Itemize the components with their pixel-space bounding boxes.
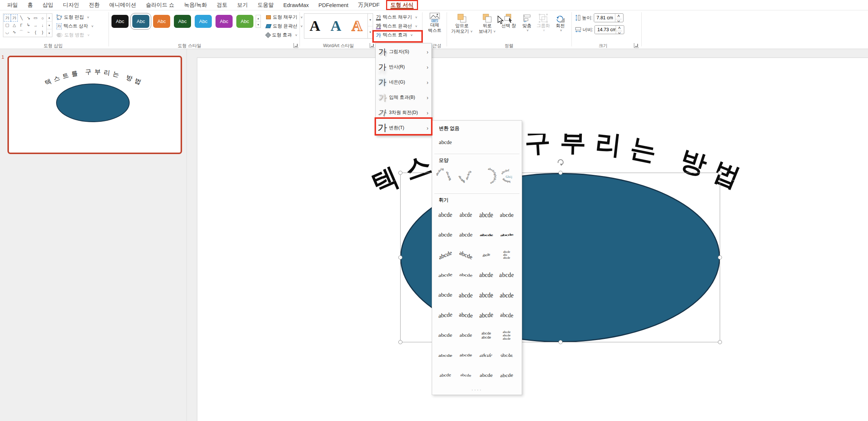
warp-style-15[interactable]: abcde xyxy=(476,265,496,285)
warp-style-26[interactable]: abcde xyxy=(456,325,476,345)
shape-style-chip-3[interactable]: Abc xyxy=(153,15,170,28)
menu-insert[interactable]: 삽입 xyxy=(38,1,58,9)
handle-bottom-left[interactable] xyxy=(398,340,402,344)
warp-style-3[interactable]: abcde xyxy=(476,205,496,225)
menu-file[interactable]: 파일 xyxy=(2,1,23,9)
menu-home[interactable]: 홈 xyxy=(23,1,38,9)
warp-style-12[interactable]: abcdeabcabcde xyxy=(496,245,517,265)
menu-wanxing-pdf[interactable]: 万兴PDF xyxy=(353,1,385,9)
shape-style-chip-6[interactable]: Abc xyxy=(216,15,233,28)
vertical-textbox-shape-icon[interactable]: 가 xyxy=(11,14,18,22)
gallery-more-icon[interactable]: ▼ xyxy=(47,29,52,37)
handle-middle-right[interactable] xyxy=(718,255,722,260)
path-arch-up-option[interactable]: abcdefgabcdefg xyxy=(436,165,456,188)
elbow-arrow-connector-icon[interactable]: ↳ xyxy=(25,22,32,29)
height-increment-icon[interactable]: ˄ xyxy=(615,14,622,19)
menu-review[interactable]: 검토 xyxy=(212,1,232,9)
warp-style-16[interactable]: abcde xyxy=(496,265,517,285)
warp-style-31[interactable]: abcde xyxy=(476,345,496,365)
warp-style-35[interactable]: abcde xyxy=(476,365,496,385)
warp-style-34[interactable]: abcde xyxy=(456,365,476,385)
warp-style-32[interactable]: abcde xyxy=(496,345,517,365)
triangle-shape-icon[interactable]: △ xyxy=(11,22,18,29)
handle-bottom-right[interactable] xyxy=(718,340,722,344)
arrow-line-shape-icon[interactable]: ↘ xyxy=(25,14,32,22)
path-arch-down-option[interactable]: abcdefgabcdefg xyxy=(457,165,477,188)
menu-design[interactable]: 디자인 xyxy=(58,1,84,9)
warp-style-36[interactable]: abcde xyxy=(496,365,517,385)
text-outline-button[interactable]: 가 텍스트 윤곽선˅ xyxy=(376,23,417,29)
rotate-button[interactable]: 회전 ˅ xyxy=(553,13,568,33)
text-fill-button[interactable]: 가 텍스트 채우기˅ xyxy=(376,14,417,20)
wordart-style-1[interactable]: A xyxy=(304,19,326,33)
menu-item-glow[interactable]: 가 네온(G) › xyxy=(376,75,431,90)
wordart-style-3[interactable]: A xyxy=(346,19,367,33)
warp-style-8[interactable]: abcde xyxy=(496,225,517,245)
text-effects-button[interactable]: 가 텍스트 효과˅ xyxy=(376,32,412,38)
warp-style-10[interactable]: abcde xyxy=(456,245,476,265)
handle-middle-left[interactable] xyxy=(398,255,402,260)
warp-style-7[interactable]: abcde xyxy=(476,225,496,245)
menu-item-transform[interactable]: 가 변환(T) › xyxy=(376,120,431,136)
warp-style-4[interactable]: abcde xyxy=(496,205,517,225)
rectangle-shape-icon[interactable]: ▭ xyxy=(32,14,39,22)
rotate-handle-icon[interactable] xyxy=(556,158,564,166)
warp-style-17[interactable]: abcde xyxy=(435,285,456,305)
send-backward-button[interactable]: 뒤로 보내기˅ xyxy=(476,13,498,34)
menu-help[interactable]: 도움말 xyxy=(253,1,279,9)
textbox-shape-icon[interactable]: 가 xyxy=(4,14,11,22)
width-increment-icon[interactable]: ˄ xyxy=(616,26,622,31)
menu-resize-dots[interactable]: ···· xyxy=(432,387,522,392)
menu-edrawmax[interactable]: EdrawMax xyxy=(279,2,314,8)
warp-style-24[interactable]: abcde xyxy=(496,305,517,325)
down-arrow-shape-icon[interactable]: ↓ xyxy=(39,22,46,29)
warp-style-27[interactable]: abcdeabcde xyxy=(476,325,496,345)
menu-animations[interactable]: 애니메이션 xyxy=(104,1,141,9)
gallery-scroll-down-icon[interactable]: ▼ xyxy=(368,14,373,26)
selection-pane-button[interactable]: 선택 창 xyxy=(499,13,518,29)
tab-shape-format[interactable]: 도형 서식 xyxy=(391,2,414,9)
path-button-option[interactable]: abcdef Ghij lmnopq xyxy=(499,165,519,188)
handle-top-center[interactable] xyxy=(558,171,563,175)
slide-thumbnail-1[interactable]: 텍스트를 구부리는 방법 xyxy=(7,56,182,154)
bring-forward-button[interactable]: 앞으로 가져오기˅ xyxy=(450,13,474,34)
warp-style-6[interactable]: abcde xyxy=(456,225,476,245)
shape-outline-button[interactable]: 도형 윤곽선˅ xyxy=(266,23,302,29)
gallery-scroll-up-icon[interactable]: ▲ xyxy=(47,14,52,22)
menu-item-bevel[interactable]: 가 입체 효과(B) › xyxy=(376,90,431,105)
menu-item-shadow[interactable]: 가 그림자(S) › xyxy=(376,44,431,59)
shape-style-chip-7[interactable]: Abc xyxy=(236,15,253,28)
warp-style-25[interactable]: abcde xyxy=(435,325,456,345)
edit-shape-button[interactable]: 도형 편집˅ xyxy=(56,14,89,20)
handle-bottom-center[interactable] xyxy=(558,340,563,344)
freeform-shape-icon[interactable]: ~ xyxy=(25,29,32,36)
align-button[interactable]: 맞춤 ˅ xyxy=(519,13,534,33)
menu-item-reflection[interactable]: 가 반사(R) › xyxy=(376,59,431,75)
arc-shape-icon[interactable]: ◡ xyxy=(4,29,11,36)
text-box-button[interactable]: 가 텍스트 상자˅ xyxy=(56,23,93,29)
warp-style-14[interactable]: abcde xyxy=(456,265,476,285)
menu-slideshow[interactable]: 슬라이드 쇼 xyxy=(141,1,179,9)
gallery-scroll-down-icon[interactable]: ▼ xyxy=(47,22,52,29)
line-shape-icon[interactable]: ╲ xyxy=(18,14,25,22)
warp-style-2[interactable]: abcde xyxy=(456,205,476,225)
height-decrement-icon[interactable]: ˅ xyxy=(615,19,622,22)
width-decrement-icon[interactable]: ˅ xyxy=(616,31,622,34)
warp-style-5[interactable]: abcde xyxy=(435,225,456,245)
menu-record[interactable]: 녹음/녹화 xyxy=(179,1,212,9)
curve-shape-icon[interactable]: ⌒ xyxy=(18,29,25,36)
right-arrow-shape-icon[interactable]: → xyxy=(32,22,39,29)
warp-style-19[interactable]: abcde xyxy=(476,285,496,305)
warp-style-22[interactable]: abcde xyxy=(456,305,476,325)
menu-view[interactable]: 보기 xyxy=(232,1,253,9)
wordart-style-2[interactable]: A xyxy=(326,19,347,33)
size-dialog-launcher-icon[interactable] xyxy=(634,43,639,48)
path-circle-option[interactable]: abcdefghijklmn xyxy=(478,165,498,188)
group-button[interactable]: 그룹화 ˅ xyxy=(535,13,551,33)
wordart-dialog-launcher-icon[interactable] xyxy=(370,43,375,48)
transform-none-option[interactable]: abcde xyxy=(439,139,452,146)
warp-style-20[interactable]: abcde xyxy=(496,285,517,305)
right-brace-shape-icon[interactable]: } xyxy=(39,29,46,36)
shape-style-chip-4[interactable]: Abc xyxy=(174,15,191,28)
warp-style-29[interactable]: abcde xyxy=(435,345,456,365)
